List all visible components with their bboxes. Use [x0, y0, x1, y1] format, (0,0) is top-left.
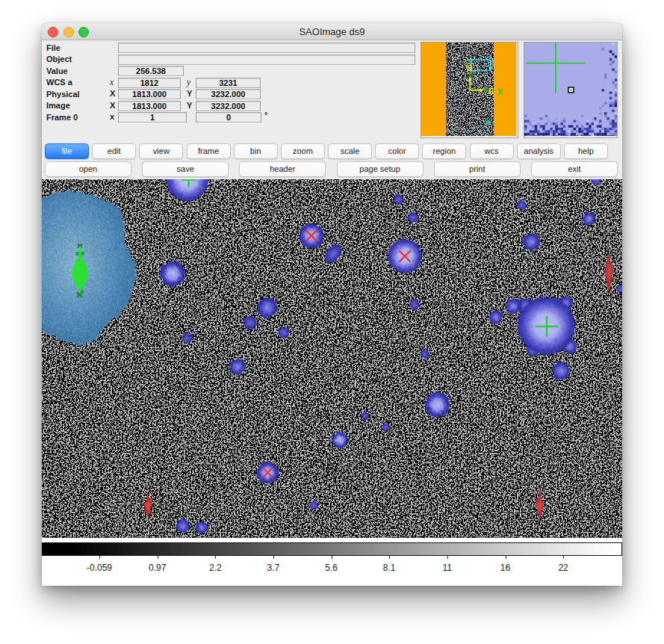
svg-text:X: X: [497, 88, 503, 96]
svg-text:N: N: [467, 64, 472, 72]
svg-text:E: E: [489, 87, 494, 96]
